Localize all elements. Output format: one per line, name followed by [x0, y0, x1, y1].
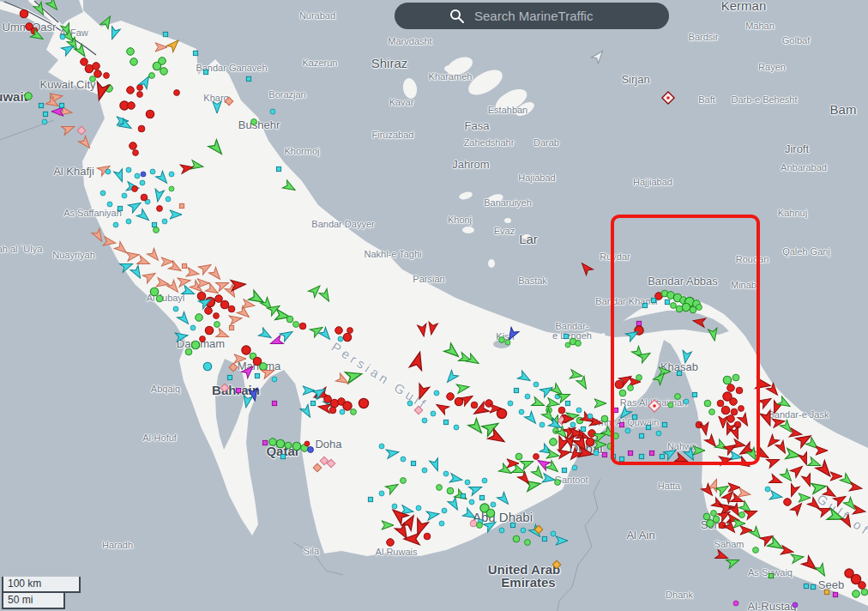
vessel-marker[interactable]	[162, 219, 167, 224]
vessel-marker[interactable]	[758, 395, 773, 408]
port-marker[interactable]	[662, 92, 674, 104]
vessel-marker[interactable]	[525, 540, 531, 546]
vessel-marker[interactable]	[161, 257, 173, 266]
vessel-marker[interactable]	[60, 34, 65, 39]
vessel-marker[interactable]	[140, 180, 145, 185]
vessel-marker[interactable]	[409, 351, 425, 371]
vessel-marker[interactable]	[343, 402, 352, 410]
vessel-marker[interactable]	[824, 590, 829, 594]
vessel-marker[interactable]	[461, 493, 465, 498]
vessel-marker[interactable]	[338, 336, 343, 342]
vessel-marker[interactable]	[552, 560, 561, 569]
vessel-marker[interactable]	[466, 354, 480, 367]
vessel-marker[interactable]	[208, 140, 226, 158]
vessel-marker[interactable]	[542, 474, 556, 485]
vessel-marker[interactable]	[594, 451, 599, 456]
vessel-marker[interactable]	[170, 210, 182, 219]
vessel-marker[interactable]	[711, 511, 717, 517]
vessel-marker[interactable]	[564, 334, 568, 338]
vessel-marker[interactable]	[515, 453, 522, 460]
vessel-marker[interactable]	[92, 228, 105, 243]
vessel-marker[interactable]	[127, 87, 135, 94]
vessel-marker[interactable]	[347, 328, 353, 334]
vessel-marker[interactable]	[827, 509, 846, 525]
vessel-marker[interactable]	[769, 573, 773, 578]
vessel-marker[interactable]	[802, 556, 820, 573]
vessel-marker[interactable]	[542, 536, 546, 541]
vessel-marker[interactable]	[180, 163, 194, 174]
vessel-marker[interactable]	[169, 172, 174, 177]
vessel-marker[interactable]	[149, 73, 155, 79]
vessel-marker[interactable]	[126, 219, 131, 224]
vessel-marker[interactable]	[193, 51, 197, 55]
vessel-marker[interactable]	[169, 186, 174, 191]
vessel-marker[interactable]	[414, 384, 429, 401]
vessel-marker[interactable]	[137, 256, 152, 269]
vessel-marker[interactable]	[185, 348, 192, 355]
vessel-marker[interactable]	[368, 497, 372, 501]
vessel-marker[interactable]	[793, 602, 798, 608]
vessel-marker[interactable]	[740, 526, 752, 535]
vessel-marker[interactable]	[107, 202, 112, 207]
vessel-marker[interactable]	[155, 43, 167, 51]
vessel-marker[interactable]	[859, 582, 866, 590]
vessel-marker[interactable]	[811, 481, 828, 493]
vessel-marker[interactable]	[470, 520, 477, 527]
vessel-marker[interactable]	[816, 446, 828, 455]
vessel-marker[interactable]	[77, 126, 86, 135]
vessel-marker[interactable]	[546, 450, 560, 461]
vessel-marker[interactable]	[426, 510, 440, 521]
vessel-marker[interactable]	[186, 268, 200, 279]
vessel-marker[interactable]	[345, 368, 363, 384]
vessel-marker[interactable]	[280, 328, 294, 342]
vessel-marker[interactable]	[784, 499, 792, 506]
vessel-marker[interactable]	[713, 516, 720, 523]
vessel-marker[interactable]	[122, 193, 127, 198]
vessel-marker[interactable]	[236, 388, 240, 392]
vessel-marker[interactable]	[510, 523, 515, 527]
vessel-marker[interactable]	[521, 528, 526, 533]
vessel-marker[interactable]	[59, 103, 63, 107]
vessel-marker[interactable]	[777, 396, 792, 410]
vessel-marker[interactable]	[565, 342, 570, 348]
vessel-marker[interactable]	[588, 414, 593, 419]
vessel-marker[interactable]	[156, 278, 170, 289]
vessel-marker[interactable]	[799, 493, 811, 502]
vessel-marker[interactable]	[592, 48, 606, 63]
vessel-marker[interactable]	[152, 222, 156, 227]
vessel-marker[interactable]	[308, 282, 322, 297]
vessel-marker[interactable]	[154, 189, 165, 203]
vessel-marker[interactable]	[160, 68, 168, 76]
vessel-marker[interactable]	[401, 457, 406, 462]
vessel-marker[interactable]	[513, 535, 520, 542]
vessel-marker[interactable]	[594, 399, 606, 408]
vessel-marker[interactable]	[81, 58, 88, 66]
vessel-marker[interactable]	[308, 447, 314, 453]
vessel-marker[interactable]	[141, 172, 146, 177]
vessel-marker[interactable]	[174, 90, 180, 96]
vessel-marker[interactable]	[804, 584, 808, 588]
vessel-marker[interactable]	[565, 401, 570, 405]
vessel-marker[interactable]	[833, 592, 837, 596]
vessel-marker[interactable]	[231, 279, 246, 291]
vessel-marker[interactable]	[601, 415, 608, 422]
vessel-marker[interactable]	[477, 523, 483, 529]
vessel-marker[interactable]	[197, 292, 205, 299]
vessel-marker[interactable]	[726, 556, 741, 569]
vessel-marker[interactable]	[469, 499, 474, 505]
vessel-marker[interactable]	[190, 160, 204, 172]
vessel-marker[interactable]	[594, 440, 606, 449]
vessel-marker[interactable]	[246, 76, 250, 81]
vessel-marker[interactable]	[401, 478, 407, 484]
vessel-marker[interactable]	[790, 463, 805, 478]
vessel-marker[interactable]	[126, 251, 140, 262]
vessel-marker[interactable]	[150, 287, 158, 295]
vessel-marker[interactable]	[769, 491, 783, 502]
vessel-marker[interactable]	[157, 206, 163, 212]
vessel-marker[interactable]	[508, 401, 513, 406]
vessel-marker[interactable]	[200, 336, 206, 342]
vessel-marker[interactable]	[324, 396, 332, 403]
vessel-marker[interactable]	[570, 370, 583, 381]
vessel-marker[interactable]	[753, 547, 759, 554]
vessel-marker[interactable]	[137, 92, 143, 98]
